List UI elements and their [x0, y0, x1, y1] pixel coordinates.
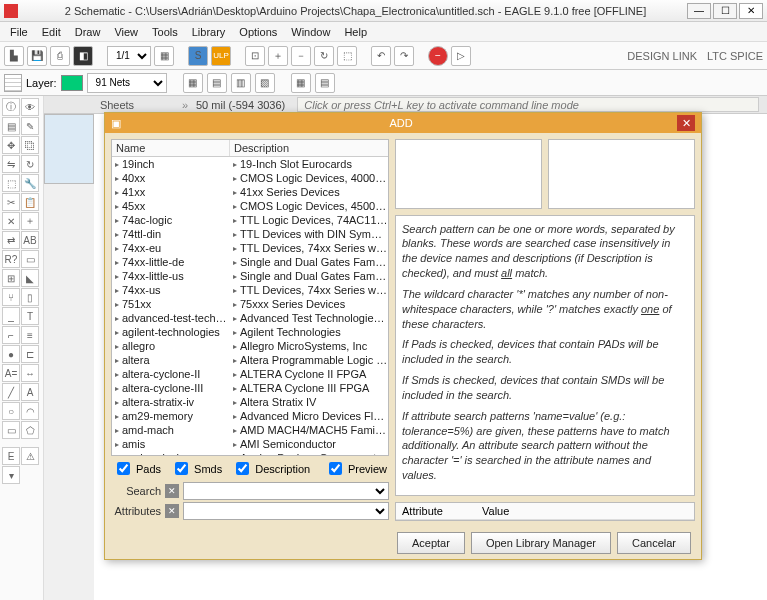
list-item[interactable]: ▸74ac-logic▸TTL Logic Devices, 74AC11xx …: [112, 213, 388, 227]
wire-icon[interactable]: ⎯: [2, 307, 20, 325]
list-item[interactable]: ▸74xx-us▸TTL Devices, 74xx Series with U…: [112, 283, 388, 297]
list-item[interactable]: ▸am29-memory▸Advanced Micro Devices Flas…: [112, 409, 388, 423]
value-icon[interactable]: ▭: [21, 250, 39, 268]
menu-edit[interactable]: Edit: [36, 24, 67, 40]
list-item[interactable]: ▸altera-cyclone-III▸ALTERA Cyclone III F…: [112, 381, 388, 395]
mirror-icon[interactable]: ⇋: [2, 155, 20, 173]
list-item[interactable]: ▸74xx-little-us▸Single and Dual Gates Fa…: [112, 269, 388, 283]
dialog-close-button[interactable]: ✕: [677, 115, 695, 131]
list-item[interactable]: ▸agilent-technologies▸Agilent Technologi…: [112, 325, 388, 339]
junction-icon[interactable]: ●: [2, 345, 20, 363]
grid-icon[interactable]: [4, 74, 22, 92]
view-mode-4[interactable]: ▧: [255, 73, 275, 93]
layer-select[interactable]: 91 Nets: [87, 73, 167, 93]
cancel-button[interactable]: Cancelar: [617, 532, 691, 554]
eye-icon[interactable]: 👁: [21, 98, 39, 116]
ok-button[interactable]: Aceptar: [397, 532, 465, 554]
group-icon[interactable]: ⬚: [2, 174, 20, 192]
attributes-input[interactable]: [183, 502, 389, 520]
polygon-icon[interactable]: ⬠: [21, 421, 39, 439]
save-icon[interactable]: 💾: [27, 46, 47, 66]
circle-icon[interactable]: ○: [2, 402, 20, 420]
name-icon[interactable]: R?: [2, 250, 20, 268]
expand-icon[interactable]: »: [182, 99, 196, 111]
zoom-redraw-icon[interactable]: ↻: [314, 46, 334, 66]
stop-icon[interactable]: −: [428, 46, 448, 66]
list-item[interactable]: ▸amis▸AMI Semiconductor: [112, 437, 388, 451]
list-item[interactable]: ▸altera-stratix-iv▸Altera Stratix IV: [112, 395, 388, 409]
menu-draw[interactable]: Draw: [69, 24, 107, 40]
library-rows[interactable]: ▸19inch▸19-Inch Slot Eurocards▸40xx▸CMOS…: [112, 157, 388, 455]
text-tool-icon[interactable]: T: [21, 307, 39, 325]
cam-icon[interactable]: ◧: [73, 46, 93, 66]
board-icon[interactable]: ▦: [154, 46, 174, 66]
list-item[interactable]: ▸45xx▸CMOS Logic Devices, 4500 Series: [112, 199, 388, 213]
menu-help[interactable]: Help: [338, 24, 373, 40]
bus-icon[interactable]: ≡: [21, 326, 39, 344]
dimension-icon[interactable]: ↔: [21, 364, 39, 382]
minimize-button[interactable]: —: [687, 3, 711, 19]
list-item[interactable]: ▸74xx-eu▸TTL Devices, 74xx Series with E…: [112, 241, 388, 255]
zoom-out-icon[interactable]: －: [291, 46, 311, 66]
zoom-select[interactable]: 1/1: [107, 46, 151, 66]
menu-file[interactable]: File: [4, 24, 34, 40]
layer-color-swatch[interactable]: [61, 75, 83, 91]
move-icon[interactable]: ✥: [2, 136, 20, 154]
search-input[interactable]: [183, 482, 389, 500]
info-icon[interactable]: ⓘ: [2, 98, 20, 116]
pads-checkbox[interactable]: Pads: [113, 459, 161, 478]
view-mode-1[interactable]: ▦: [183, 73, 203, 93]
chevron-down-icon[interactable]: ▾: [2, 466, 20, 484]
ulp-icon[interactable]: ULP: [211, 46, 231, 66]
menu-view[interactable]: View: [108, 24, 144, 40]
split-icon[interactable]: ⑂: [2, 288, 20, 306]
list-item[interactable]: ▸advanced-test-technologies▸Advanced Tes…: [112, 311, 388, 325]
maximize-button[interactable]: ☐: [713, 3, 737, 19]
rect-icon[interactable]: ▭: [2, 421, 20, 439]
col-desc-header[interactable]: Description: [230, 140, 388, 156]
attr-col-header[interactable]: Attribute: [396, 503, 476, 519]
list-item[interactable]: ▸allegro▸Allegro MicroSystems, Inc: [112, 339, 388, 353]
mark-icon[interactable]: ✎: [21, 117, 39, 135]
list-item[interactable]: ▸altera▸Altera Programmable Logic Device…: [112, 353, 388, 367]
view-mode-5[interactable]: ▦: [291, 73, 311, 93]
add-icon[interactable]: ＋: [21, 212, 39, 230]
menu-window[interactable]: Window: [285, 24, 336, 40]
pinswap-icon[interactable]: ⇄: [2, 231, 20, 249]
copy-icon[interactable]: ⿻: [21, 136, 39, 154]
label-icon[interactable]: ⊏: [21, 345, 39, 363]
close-button[interactable]: ✕: [739, 3, 763, 19]
command-line-input[interactable]: [297, 97, 759, 112]
go-icon[interactable]: ▷: [451, 46, 471, 66]
paste-icon[interactable]: 📋: [21, 193, 39, 211]
col-name-header[interactable]: Name: [112, 140, 230, 156]
list-item[interactable]: ▸41xx▸41xx Series Devices: [112, 185, 388, 199]
zoom-fit-icon[interactable]: ⊡: [245, 46, 265, 66]
replace-icon[interactable]: AB: [21, 231, 39, 249]
open-icon[interactable]: ▙: [4, 46, 24, 66]
text-icon[interactable]: A: [21, 383, 39, 401]
smds-checkbox[interactable]: Smds: [171, 459, 222, 478]
errors-icon[interactable]: ⚠: [21, 447, 39, 465]
arc-icon[interactable]: ◠: [21, 402, 39, 420]
cut-icon[interactable]: ✂: [2, 193, 20, 211]
invoke-icon[interactable]: ▯: [21, 288, 39, 306]
delete-icon[interactable]: ✕: [2, 212, 20, 230]
menu-tools[interactable]: Tools: [146, 24, 184, 40]
description-checkbox[interactable]: Description: [232, 459, 310, 478]
brand-ltspice[interactable]: LTC SPICE: [707, 50, 763, 62]
miter-icon[interactable]: ◣: [21, 269, 39, 287]
list-item[interactable]: ▸analog-devices▸Analog Devices Component…: [112, 451, 388, 455]
change-icon[interactable]: 🔧: [21, 174, 39, 192]
undo-icon[interactable]: ↶: [371, 46, 391, 66]
menu-library[interactable]: Library: [186, 24, 232, 40]
clear-attributes-button[interactable]: ✕: [165, 504, 179, 518]
list-item[interactable]: ▸74ttl-din▸TTL Devices with DIN Symbols: [112, 227, 388, 241]
scr-icon[interactable]: S: [188, 46, 208, 66]
layer-tool-icon[interactable]: ▤: [2, 117, 20, 135]
redo-icon[interactable]: ↷: [394, 46, 414, 66]
list-item[interactable]: ▸altera-cyclone-II▸ALTERA Cyclone II FPG…: [112, 367, 388, 381]
value-col-header[interactable]: Value: [476, 503, 515, 519]
erc-icon[interactable]: E: [2, 447, 20, 465]
view-mode-3[interactable]: ▥: [231, 73, 251, 93]
